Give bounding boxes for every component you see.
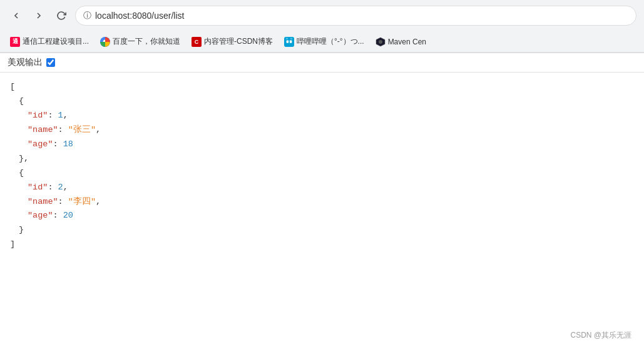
browser-chrome: ⓘ localhost:8080/user/list 通 通信工程建设项目...…	[0, 0, 644, 53]
bookmark-icon-1: 通	[10, 37, 20, 47]
svg-rect-3	[287, 40, 289, 43]
json-field-age-1: "age": 18	[10, 138, 634, 152]
bookmark-icon-2	[100, 37, 110, 47]
svg-point-5	[286, 38, 287, 39]
toolbar: 美观输出	[0, 53, 644, 73]
json-line-close-bracket: ]	[10, 238, 634, 252]
bookmark-icon-3: C	[192, 37, 202, 47]
bookmark-label-2: 百度一下，你就知道	[113, 36, 180, 47]
footer-text: CSDN @其乐无涯	[570, 331, 631, 339]
bookmarks-bar: 通 通信工程建设项目... 百度一下，你就知道 C 内容管理-CSDN博客	[0, 31, 644, 53]
back-button[interactable]	[8, 7, 25, 24]
bookmark-item-2[interactable]: 百度一下，你就知道	[95, 34, 185, 49]
footer: CSDN @其乐无涯	[570, 330, 631, 341]
bookmark-item-5[interactable]: Maven Cen	[371, 35, 431, 49]
json-field-name-1: "name": "张三",	[10, 123, 634, 138]
address-bar[interactable]: ⓘ localhost:8080/user/list	[75, 6, 636, 26]
bookmark-icon-5	[376, 37, 386, 47]
json-line-open-bracket: [	[10, 80, 634, 94]
toolbar-label: 美观输出	[8, 57, 43, 68]
bookmark-label-5: Maven Cen	[388, 38, 426, 46]
json-object-2-close: }	[10, 223, 634, 238]
json-object-2-open: {	[10, 166, 634, 181]
pretty-print-checkbox[interactable]	[46, 58, 55, 67]
json-object-1-open: {	[10, 94, 634, 109]
json-field-name-2: "name": "李四",	[10, 195, 634, 209]
json-content-area: [ { "id": 1, "name": "张三", "age": 18 }, …	[0, 73, 644, 259]
bookmark-icon-4	[284, 37, 294, 47]
bookmark-item-4[interactable]: 哔哩哔哩（°-°）つ...	[279, 34, 369, 49]
bookmark-label-4: 哔哩哔哩（°-°）つ...	[297, 36, 364, 47]
reload-button[interactable]	[53, 7, 70, 24]
bookmark-label-3: 内容管理-CSDN博客	[204, 36, 273, 47]
svg-point-8	[379, 40, 382, 44]
bookmark-item-3[interactable]: C 内容管理-CSDN博客	[187, 34, 278, 49]
json-field-id-1: "id": 1,	[10, 109, 634, 123]
url-display: localhost:8080/user/list	[95, 11, 184, 21]
svg-rect-4	[290, 40, 292, 43]
bookmark-item[interactable]: 通 通信工程建设项目...	[5, 34, 94, 49]
forward-button[interactable]	[30, 7, 48, 24]
json-field-age-2: "age": 20	[10, 209, 634, 223]
bookmark-label-1: 通信工程建设项目...	[23, 36, 89, 47]
info-icon: ⓘ	[83, 10, 91, 21]
json-field-id-2: "id": 2,	[10, 181, 634, 195]
svg-point-6	[290, 38, 292, 39]
browser-nav: ⓘ localhost:8080/user/list	[0, 0, 644, 31]
json-object-1-close: },	[10, 152, 634, 166]
